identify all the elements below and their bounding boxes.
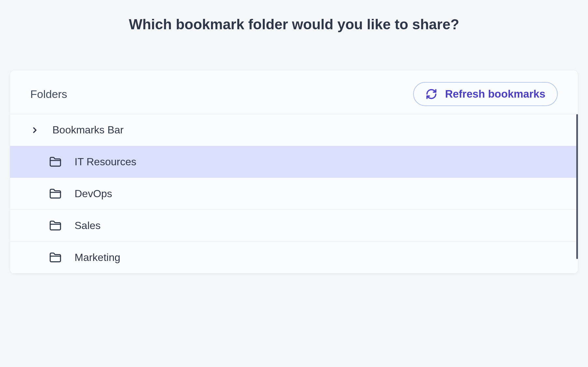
main-container: Which bookmark folder would you like to … [0, 0, 588, 274]
refresh-icon [426, 88, 437, 100]
folder-list: Bookmarks Bar IT Resources DevOps [10, 114, 578, 274]
folder-item-sales[interactable]: Sales [10, 210, 578, 242]
folder-item-devops[interactable]: DevOps [10, 178, 578, 210]
refresh-bookmarks-button[interactable]: Refresh bookmarks [413, 82, 558, 106]
folder-card: Folders Refresh bookmarks Bookmarks Bar [10, 70, 578, 274]
folders-label: Folders [30, 88, 67, 101]
folder-name: IT Resources [75, 156, 136, 168]
scrollbar[interactable] [576, 114, 578, 259]
folder-item-marketing[interactable]: Marketing [10, 242, 578, 274]
chevron-right-icon [30, 126, 39, 135]
folder-name: Marketing [75, 251, 120, 264]
card-header: Folders Refresh bookmarks [10, 70, 578, 114]
folder-root-bookmarks-bar[interactable]: Bookmarks Bar [10, 114, 578, 146]
folder-name: DevOps [75, 188, 112, 200]
refresh-label: Refresh bookmarks [445, 88, 545, 100]
folder-icon [49, 188, 62, 200]
folder-item-it-resources[interactable]: IT Resources [10, 146, 578, 178]
page-title: Which bookmark folder would you like to … [10, 16, 578, 33]
folder-icon [49, 251, 62, 264]
folder-name: Bookmarks Bar [52, 124, 124, 136]
folder-icon [49, 220, 62, 232]
folder-name: Sales [75, 220, 101, 232]
folder-icon [49, 156, 62, 168]
